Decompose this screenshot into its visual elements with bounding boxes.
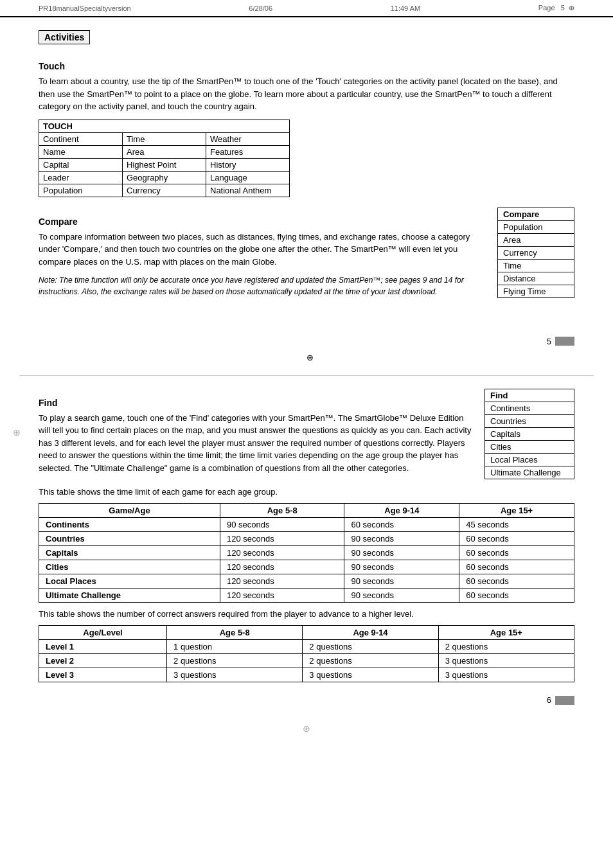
level-row2-col2: 2 questions	[303, 654, 438, 668]
page2-number-bar	[555, 696, 574, 705]
level-row1-name: Level 1	[39, 640, 167, 654]
game-row6-name: Ultimate Challenge	[39, 589, 220, 603]
touch-row4-col1: Leader	[39, 171, 123, 184]
touch-row1-col1: Continent	[39, 132, 123, 145]
compare-row5: Distance	[498, 272, 574, 285]
compare-row1: Population	[498, 220, 574, 233]
game-row6-col2: 90 seconds	[344, 589, 459, 603]
compare-row2: Area	[498, 233, 574, 246]
touch-row4-col3: Language	[206, 171, 290, 184]
game-row6-col1: 120 seconds	[220, 589, 344, 603]
age-level-table: Age/Level Age 5-8 Age 9-14 Age 15+ Level…	[39, 625, 574, 682]
level-row1-col3: 2 questions	[438, 640, 574, 654]
page: PR18manualSpecialtyversion 6/28/06 11:49…	[0, 0, 613, 747]
find-row1: Continents	[485, 402, 574, 414]
level-row2-name: Level 2	[39, 654, 167, 668]
reg-mark-bottom1: ⊕	[306, 353, 314, 362]
level-row2-col1: 2 questions	[167, 654, 303, 668]
page1-wrapper: Activities Touch To learn about a countr…	[0, 17, 613, 375]
game-row1-col2: 60 seconds	[344, 518, 459, 532]
compare-right: Compare Population Area Currency Time Di…	[497, 208, 574, 298]
page-label: Page 5 ⊕	[538, 4, 574, 12]
touch-row3-col1: Capital	[39, 158, 123, 171]
game-row5-col1: 120 seconds	[220, 574, 344, 589]
touch-body: To learn about a country, use the tip of…	[39, 75, 574, 113]
touch-row5-col1: Population	[39, 184, 123, 197]
table1-caption: This table shows the time limit of each …	[39, 487, 574, 497]
page1-section: Activities Touch To learn about a countr…	[0, 17, 613, 375]
level-row2-col3: 3 questions	[438, 654, 574, 668]
compare-side-table: Compare Population Area Currency Time Di…	[497, 208, 574, 298]
doc-date: 6/28/06	[249, 4, 272, 12]
game-age-table: Game/Age Age 5-8 Age 9-14 Age 15+ Contin…	[39, 503, 574, 603]
find-side-table: Find Continents Countries Capitals Citie…	[484, 389, 574, 479]
game-table-h3: Age 9-14	[344, 504, 459, 518]
game-row1-name: Continents	[39, 518, 220, 532]
activities-title: Activities	[39, 30, 90, 44]
level-row3-col3: 3 questions	[438, 668, 574, 682]
game-row3-col3: 60 seconds	[459, 546, 574, 560]
reg-mark-bottom2: ⊕	[303, 723, 310, 734]
find-row5: Local Places	[485, 453, 574, 466]
compare-heading: Compare	[39, 217, 484, 227]
level-table-h3: Age 9-14	[303, 626, 438, 640]
touch-row2-col2: Area	[123, 145, 206, 158]
find-section: Find To play a search game, touch one of…	[39, 389, 574, 481]
level-row3-col1: 3 questions	[167, 668, 303, 682]
page1-number: 5	[547, 337, 574, 346]
level-table-h2: Age 5-8	[167, 626, 303, 640]
touch-row2-col3: Features	[206, 145, 290, 158]
level-table-h1: Age/Level	[39, 626, 167, 640]
touch-section: Touch To learn about a country, use the …	[39, 61, 574, 197]
page2-wrapper: Find To play a search game, touch one of…	[0, 376, 613, 747]
game-row2-col2: 90 seconds	[344, 532, 459, 546]
touch-table-header: TOUCH	[39, 120, 290, 132]
touch-table: TOUCH Continent Time Weather Name Area F…	[39, 120, 290, 197]
touch-row5-col3: National Anthem	[206, 184, 290, 197]
level-row1-col2: 2 questions	[303, 640, 438, 654]
find-right: Find Continents Countries Capitals Citie…	[484, 389, 574, 481]
touch-row4-col2: Geography	[123, 171, 206, 184]
compare-row4: Time	[498, 259, 574, 272]
find-row6: Ultimate Challenge	[485, 466, 574, 479]
page2-section: Find To play a search game, touch one of…	[0, 376, 613, 747]
level-table-h4: Age 15+	[438, 626, 574, 640]
find-side-header: Find	[485, 389, 574, 402]
game-row3-name: Capitals	[39, 546, 220, 560]
compare-row6: Flying Time	[498, 285, 574, 297]
compare-row3: Currency	[498, 246, 574, 259]
game-row1-col3: 45 seconds	[459, 518, 574, 532]
game-row3-col2: 90 seconds	[344, 546, 459, 560]
page-number-bar	[555, 337, 574, 346]
page2-number: 6	[547, 695, 574, 705]
game-table-h1: Game/Age	[39, 504, 220, 518]
game-table-h2: Age 5-8	[220, 504, 344, 518]
compare-note: Note: The time function will only be acc…	[39, 274, 484, 297]
find-left: Find To play a search game, touch one of…	[39, 389, 472, 481]
find-heading: Find	[39, 398, 472, 408]
level-row3-name: Level 3	[39, 668, 167, 682]
game-row4-name: Cities	[39, 560, 220, 574]
touch-row3-col3: History	[206, 158, 290, 171]
doc-header: PR18manualSpecialtyversion 6/28/06 11:49…	[0, 0, 613, 17]
game-row5-name: Local Places	[39, 574, 220, 589]
find-row2: Countries	[485, 414, 574, 427]
game-row5-col2: 90 seconds	[344, 574, 459, 589]
game-row2-name: Countries	[39, 532, 220, 546]
compare-section: Compare To compare information between t…	[39, 208, 574, 298]
game-row4-col1: 120 seconds	[220, 560, 344, 574]
game-table-h4: Age 15+	[459, 504, 574, 518]
filename: PR18manualSpecialtyversion	[39, 4, 131, 12]
game-row1-col1: 90 seconds	[220, 518, 344, 532]
level-row1-col1: 1 question	[167, 640, 303, 654]
doc-time: 11:49 AM	[391, 4, 420, 12]
game-row6-col3: 60 seconds	[459, 589, 574, 603]
find-body: To play a search game, touch one of the …	[39, 412, 472, 475]
touch-row2-col1: Name	[39, 145, 123, 158]
level-row3-col2: 3 questions	[303, 668, 438, 682]
game-row4-col3: 60 seconds	[459, 560, 574, 574]
touch-heading: Touch	[39, 61, 574, 71]
game-row2-col1: 120 seconds	[220, 532, 344, 546]
game-row5-col3: 60 seconds	[459, 574, 574, 589]
find-row4: Cities	[485, 440, 574, 453]
